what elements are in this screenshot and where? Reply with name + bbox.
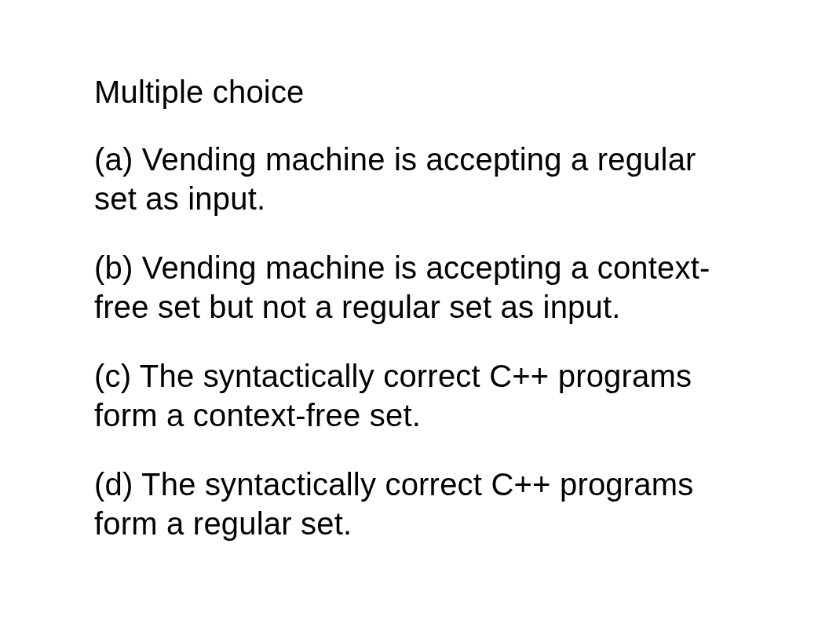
option-a: (a) Vending machine is accepting a regul… [94, 140, 746, 218]
option-c: (c) The syntactically correct C++ progra… [94, 356, 746, 435]
option-d: (d) The syntactically correct C++ progra… [94, 465, 746, 543]
option-b: (b) Vending machine is accepting a conte… [94, 248, 746, 327]
question-heading: Multiple choice [94, 75, 746, 110]
